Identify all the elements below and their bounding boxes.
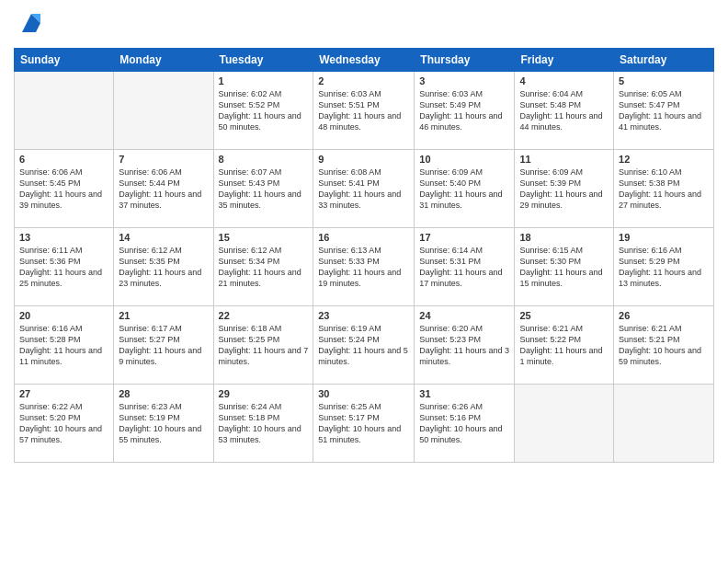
day-info: Sunrise: 6:17 AM Sunset: 5:27 PM Dayligh… <box>119 323 208 368</box>
calendar-cell: 26Sunrise: 6:21 AM Sunset: 5:21 PM Dayli… <box>614 306 714 385</box>
header <box>14 9 714 40</box>
calendar-cell: 18Sunrise: 6:15 AM Sunset: 5:30 PM Dayli… <box>515 228 614 306</box>
day-info: Sunrise: 6:15 AM Sunset: 5:30 PM Dayligh… <box>519 245 609 290</box>
calendar-cell: 14Sunrise: 6:12 AM Sunset: 5:35 PM Dayli… <box>114 228 213 306</box>
calendar-cell <box>114 72 213 150</box>
day-number: 23 <box>318 310 409 321</box>
day-info: Sunrise: 6:22 AM Sunset: 5:20 PM Dayligh… <box>19 401 108 446</box>
calendar-cell: 21Sunrise: 6:17 AM Sunset: 5:27 PM Dayli… <box>114 306 213 385</box>
calendar-cell: 9Sunrise: 6:08 AM Sunset: 5:41 PM Daylig… <box>313 150 415 228</box>
day-info: Sunrise: 6:06 AM Sunset: 5:45 PM Dayligh… <box>19 167 108 212</box>
day-info: Sunrise: 6:09 AM Sunset: 5:39 PM Dayligh… <box>519 167 609 212</box>
day-info: Sunrise: 6:26 AM Sunset: 5:16 PM Dayligh… <box>419 401 509 446</box>
day-number: 20 <box>19 310 108 321</box>
calendar-cell: 23Sunrise: 6:19 AM Sunset: 5:24 PM Dayli… <box>313 306 415 385</box>
day-number: 5 <box>619 75 709 86</box>
day-number: 3 <box>419 75 509 86</box>
day-number: 28 <box>119 388 208 399</box>
calendar-cell: 3Sunrise: 6:03 AM Sunset: 5:49 PM Daylig… <box>415 72 515 150</box>
day-info: Sunrise: 6:21 AM Sunset: 5:21 PM Dayligh… <box>619 323 709 368</box>
day-info: Sunrise: 6:16 AM Sunset: 5:28 PM Dayligh… <box>19 323 108 368</box>
calendar-cell <box>15 72 114 150</box>
day-number: 31 <box>419 388 509 399</box>
calendar-cell: 12Sunrise: 6:10 AM Sunset: 5:38 PM Dayli… <box>614 150 714 228</box>
page: SundayMondayTuesdayWednesdayThursdayFrid… <box>0 0 728 563</box>
calendar-cell <box>515 385 614 463</box>
weekday-header-sunday: Sunday <box>15 49 114 72</box>
day-info: Sunrise: 6:12 AM Sunset: 5:35 PM Dayligh… <box>119 245 208 290</box>
calendar-cell: 6Sunrise: 6:06 AM Sunset: 5:45 PM Daylig… <box>15 150 114 228</box>
weekday-header-friday: Friday <box>515 49 614 72</box>
day-number: 21 <box>119 310 208 321</box>
weekday-header-wednesday: Wednesday <box>313 49 415 72</box>
day-number: 22 <box>219 310 309 321</box>
calendar-cell: 16Sunrise: 6:13 AM Sunset: 5:33 PM Dayli… <box>313 228 415 306</box>
day-number: 16 <box>318 232 409 243</box>
calendar-cell: 4Sunrise: 6:04 AM Sunset: 5:48 PM Daylig… <box>515 72 614 150</box>
day-info: Sunrise: 6:02 AM Sunset: 5:52 PM Dayligh… <box>219 88 309 133</box>
day-number: 4 <box>519 75 609 86</box>
calendar-cell: 13Sunrise: 6:11 AM Sunset: 5:36 PM Dayli… <box>15 228 114 306</box>
day-number: 27 <box>19 388 108 399</box>
week-row-3: 13Sunrise: 6:11 AM Sunset: 5:36 PM Dayli… <box>15 228 714 306</box>
week-row-1: 1Sunrise: 6:02 AM Sunset: 5:52 PM Daylig… <box>15 72 714 150</box>
calendar-cell: 2Sunrise: 6:03 AM Sunset: 5:51 PM Daylig… <box>313 72 415 150</box>
calendar-cell: 28Sunrise: 6:23 AM Sunset: 5:19 PM Dayli… <box>114 385 213 463</box>
day-number: 2 <box>318 75 409 86</box>
day-info: Sunrise: 6:20 AM Sunset: 5:23 PM Dayligh… <box>419 323 509 368</box>
day-info: Sunrise: 6:05 AM Sunset: 5:47 PM Dayligh… <box>619 88 709 133</box>
day-number: 15 <box>219 232 309 243</box>
weekday-header-row: SundayMondayTuesdayWednesdayThursdayFrid… <box>15 49 714 72</box>
day-info: Sunrise: 6:08 AM Sunset: 5:41 PM Dayligh… <box>318 167 409 212</box>
day-info: Sunrise: 6:24 AM Sunset: 5:18 PM Dayligh… <box>219 401 309 446</box>
calendar-cell: 10Sunrise: 6:09 AM Sunset: 5:40 PM Dayli… <box>415 150 515 228</box>
day-info: Sunrise: 6:13 AM Sunset: 5:33 PM Dayligh… <box>318 245 409 290</box>
day-number: 26 <box>619 310 709 321</box>
day-info: Sunrise: 6:07 AM Sunset: 5:43 PM Dayligh… <box>219 167 309 212</box>
calendar-cell <box>614 385 714 463</box>
day-number: 6 <box>19 154 108 165</box>
calendar-cell: 7Sunrise: 6:06 AM Sunset: 5:44 PM Daylig… <box>114 150 213 228</box>
week-row-2: 6Sunrise: 6:06 AM Sunset: 5:45 PM Daylig… <box>15 150 714 228</box>
day-info: Sunrise: 6:16 AM Sunset: 5:29 PM Dayligh… <box>619 245 709 290</box>
calendar-cell: 19Sunrise: 6:16 AM Sunset: 5:29 PM Dayli… <box>614 228 714 306</box>
day-info: Sunrise: 6:03 AM Sunset: 5:51 PM Dayligh… <box>318 88 409 133</box>
day-number: 12 <box>619 154 709 165</box>
calendar-cell: 17Sunrise: 6:14 AM Sunset: 5:31 PM Dayli… <box>415 228 515 306</box>
day-number: 18 <box>519 232 609 243</box>
calendar-cell: 5Sunrise: 6:05 AM Sunset: 5:47 PM Daylig… <box>614 72 714 150</box>
logo <box>14 9 45 40</box>
weekday-header-thursday: Thursday <box>415 49 515 72</box>
day-number: 13 <box>19 232 108 243</box>
day-number: 10 <box>419 154 509 165</box>
day-info: Sunrise: 6:06 AM Sunset: 5:44 PM Dayligh… <box>119 167 208 212</box>
weekday-header-tuesday: Tuesday <box>213 49 313 72</box>
calendar-cell: 20Sunrise: 6:16 AM Sunset: 5:28 PM Dayli… <box>15 306 114 385</box>
day-info: Sunrise: 6:18 AM Sunset: 5:25 PM Dayligh… <box>219 323 309 368</box>
calendar-cell: 31Sunrise: 6:26 AM Sunset: 5:16 PM Dayli… <box>415 385 515 463</box>
day-info: Sunrise: 6:11 AM Sunset: 5:36 PM Dayligh… <box>19 245 108 290</box>
day-info: Sunrise: 6:12 AM Sunset: 5:34 PM Dayligh… <box>219 245 309 290</box>
logo-icon <box>17 9 45 40</box>
day-info: Sunrise: 6:23 AM Sunset: 5:19 PM Dayligh… <box>119 401 208 446</box>
calendar-cell: 27Sunrise: 6:22 AM Sunset: 5:20 PM Dayli… <box>15 385 114 463</box>
calendar-cell: 25Sunrise: 6:21 AM Sunset: 5:22 PM Dayli… <box>515 306 614 385</box>
day-info: Sunrise: 6:21 AM Sunset: 5:22 PM Dayligh… <box>519 323 609 368</box>
day-info: Sunrise: 6:04 AM Sunset: 5:48 PM Dayligh… <box>519 88 609 133</box>
calendar-cell: 1Sunrise: 6:02 AM Sunset: 5:52 PM Daylig… <box>213 72 313 150</box>
day-number: 11 <box>519 154 609 165</box>
day-number: 8 <box>219 154 309 165</box>
day-number: 24 <box>419 310 509 321</box>
day-number: 1 <box>219 75 309 86</box>
calendar-cell: 24Sunrise: 6:20 AM Sunset: 5:23 PM Dayli… <box>415 306 515 385</box>
day-number: 19 <box>619 232 709 243</box>
day-number: 7 <box>119 154 208 165</box>
day-info: Sunrise: 6:03 AM Sunset: 5:49 PM Dayligh… <box>419 88 509 133</box>
calendar-cell: 15Sunrise: 6:12 AM Sunset: 5:34 PM Dayli… <box>213 228 313 306</box>
day-number: 25 <box>519 310 609 321</box>
day-number: 9 <box>318 154 409 165</box>
calendar-cell: 8Sunrise: 6:07 AM Sunset: 5:43 PM Daylig… <box>213 150 313 228</box>
calendar-table: SundayMondayTuesdayWednesdayThursdayFrid… <box>14 48 714 463</box>
day-info: Sunrise: 6:10 AM Sunset: 5:38 PM Dayligh… <box>619 167 709 212</box>
calendar-cell: 30Sunrise: 6:25 AM Sunset: 5:17 PM Dayli… <box>313 385 415 463</box>
